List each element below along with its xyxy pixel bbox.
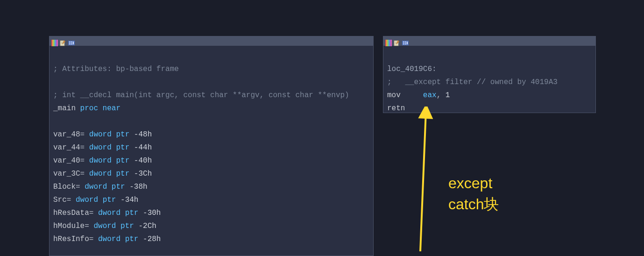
code-token: Src <box>53 196 67 204</box>
code-line[interactable]: var_48= dword ptr -48h <box>53 128 369 141</box>
code-token: dword ptr <box>98 209 143 217</box>
svg-rect-12 <box>71 42 72 43</box>
svg-rect-19 <box>389 40 389 46</box>
code-token: -44h <box>134 143 152 152</box>
disasm-panel-except: loc_4019C6:; __except filter // owned by… <box>383 36 596 113</box>
code-line[interactable]: ; int __cdecl main(int argc, const char … <box>53 89 369 102</box>
svg-rect-13 <box>69 43 71 44</box>
code-token: var_44 <box>53 143 80 152</box>
svg-rect-30 <box>405 43 406 44</box>
code-token: dword ptr <box>89 143 134 152</box>
svg-rect-29 <box>403 43 404 44</box>
code-line[interactable]: Block= dword ptr -38h <box>53 180 369 193</box>
panel-header[interactable] <box>50 36 373 46</box>
code-line[interactable]: retn <box>387 102 592 115</box>
svg-rect-16 <box>385 40 386 46</box>
code-token: = <box>89 209 98 217</box>
panel-header[interactable] <box>383 36 595 46</box>
color-stripes-icon[interactable] <box>51 38 58 44</box>
code-line[interactable]: var_40= dword ptr -40h <box>53 154 369 167</box>
svg-rect-2 <box>54 40 55 46</box>
svg-rect-31 <box>407 42 408 44</box>
code-line[interactable]: Src= dword ptr -34h <box>53 193 369 206</box>
code-token: ; __except filter // owned by 4019A3 <box>387 78 558 86</box>
code-token: -2Ch <box>138 222 156 230</box>
code-line[interactable]: _main proc near <box>53 102 369 115</box>
svg-rect-21 <box>391 40 392 46</box>
panel-body-left[interactable]: ; Attributes: bp-based frame ; int __cde… <box>50 46 373 246</box>
svg-rect-0 <box>51 40 52 46</box>
svg-rect-18 <box>388 40 389 46</box>
code-token: dword ptr <box>85 183 129 191</box>
paper-pencil-icon[interactable] <box>394 38 400 44</box>
code-line[interactable]: var_3C= dword ptr -3Ch <box>53 167 369 180</box>
code-token: Block <box>53 183 76 191</box>
code-line[interactable] <box>53 50 369 63</box>
code-token: -30h <box>143 209 161 217</box>
code-token: -40h <box>134 156 152 165</box>
code-token: hModule <box>53 222 85 230</box>
code-token: -28h <box>143 235 161 243</box>
code-token: = <box>80 156 89 165</box>
code-line[interactable] <box>53 76 369 89</box>
code-token: dword ptr <box>93 222 138 230</box>
code-line[interactable]: ; __except filter // owned by 4019A3 <box>387 76 592 89</box>
code-token: = <box>85 222 93 230</box>
code-token: = <box>80 170 89 178</box>
code-token: loc_4019C6: <box>387 65 437 73</box>
code-line[interactable]: hModule= dword ptr -2Ch <box>53 220 369 233</box>
code-token: var_40 <box>53 156 80 165</box>
code-line[interactable]: loc_4019C6: <box>387 63 592 76</box>
hex-bytes-icon[interactable] <box>68 38 75 44</box>
code-token: _main <box>53 104 80 113</box>
code-token: -38h <box>129 183 147 191</box>
code-line[interactable]: hResData= dword ptr -30h <box>53 206 369 220</box>
code-token: -34h <box>120 196 138 204</box>
annotation-line1: except <box>448 173 499 194</box>
code-token: retn <box>387 104 405 113</box>
code-token: eax <box>423 91 437 100</box>
svg-rect-28 <box>405 42 406 43</box>
code-token: 1 <box>446 91 450 100</box>
annotation-text: except catch块 <box>448 173 499 215</box>
hex-bytes-icon[interactable] <box>402 38 409 44</box>
color-stripes-icon[interactable] <box>385 38 392 44</box>
code-line[interactable]: mov eax, 1 <box>387 89 592 102</box>
code-token: = <box>67 196 76 204</box>
svg-line-32 <box>420 111 426 251</box>
code-line[interactable] <box>53 115 369 128</box>
code-line[interactable]: ; Attributes: bp-based frame <box>53 63 369 76</box>
annotation-line2: catch块 <box>448 194 499 215</box>
code-token: = <box>80 130 89 139</box>
svg-rect-11 <box>69 42 71 43</box>
svg-rect-5 <box>57 40 58 46</box>
code-token: proc near <box>80 104 120 113</box>
svg-rect-14 <box>71 43 72 44</box>
code-token: dword ptr <box>89 156 134 165</box>
code-line[interactable]: hResInfo= dword ptr -28h <box>53 233 369 246</box>
code-line[interactable] <box>387 50 592 63</box>
code-token: dword ptr <box>89 130 134 139</box>
code-token: = <box>80 143 89 152</box>
svg-rect-4 <box>56 40 57 46</box>
svg-rect-20 <box>389 40 390 46</box>
disasm-panel-main: ; Attributes: bp-based frame ; int __cde… <box>49 36 374 256</box>
code-token: mov <box>387 91 423 100</box>
code-token: -3Ch <box>134 170 152 178</box>
code-token: = <box>76 183 85 191</box>
svg-rect-3 <box>55 40 56 46</box>
svg-rect-17 <box>386 40 387 46</box>
code-token: var_48 <box>53 130 80 139</box>
code-token: hResData <box>53 209 89 217</box>
code-line[interactable]: var_44= dword ptr -44h <box>53 141 369 154</box>
code-token: = <box>89 235 98 243</box>
panel-body-right[interactable]: loc_4019C6:; __except filter // owned by… <box>383 46 595 115</box>
code-token: , <box>437 91 446 100</box>
code-token: dword ptr <box>98 235 143 243</box>
code-token: hResInfo <box>53 235 89 243</box>
svg-rect-15 <box>73 42 74 44</box>
svg-rect-27 <box>403 42 404 43</box>
code-token: -48h <box>134 130 152 139</box>
paper-pencil-icon[interactable] <box>60 38 66 44</box>
code-token: var_3C <box>53 170 80 178</box>
